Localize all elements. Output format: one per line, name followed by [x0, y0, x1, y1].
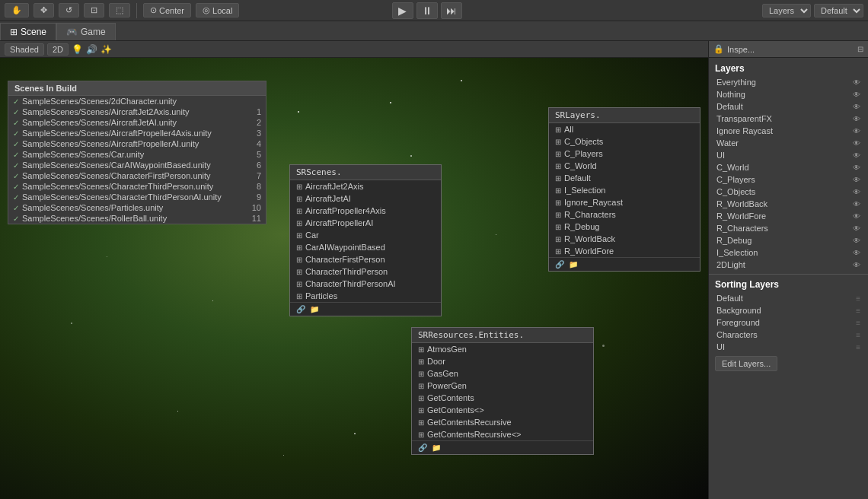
- entity-popup[interactable]: SRResources.Entities. ⊞AtmosGen⊞Door⊞Gas…: [411, 327, 594, 455]
- local-btn[interactable]: ◎ Local: [196, 3, 239, 17]
- step-button[interactable]: ⏭: [441, 2, 462, 19]
- scene-list-item[interactable]: ✓ SampleScenes/Scenes/CharacterThirdPers…: [8, 181, 266, 192]
- srscenes-item[interactable]: ⊞CharacterThirdPersonAI: [290, 278, 441, 290]
- layer-list-item[interactable]: C_Players 👁: [709, 173, 868, 186]
- sorting-layer-item[interactable]: Characters ≡: [709, 329, 868, 341]
- srscenes-popup[interactable]: SRScenes. ⊞AircraftJet2Axis⊞AircraftJetA…: [289, 164, 442, 316]
- srscenes-item[interactable]: ⊞CharacterThirdPerson: [290, 265, 441, 278]
- scene-list-item[interactable]: ✓ SampleScenes/Scenes/Particles.unity 10: [8, 202, 266, 213]
- rotate-btn[interactable]: ↺: [59, 3, 79, 17]
- tab-scene[interactable]: ⊞ Scene: [0, 23, 56, 40]
- srlayers-item[interactable]: ⊞C_Players: [549, 148, 700, 160]
- srlayers-item[interactable]: ⊞Ignore_Raycast: [549, 196, 700, 208]
- layer-list-item[interactable]: R_Debug 👁: [709, 234, 868, 246]
- minimize-icon[interactable]: ⊟: [857, 45, 863, 53]
- srscenes-item[interactable]: ⊞Car: [290, 229, 441, 241]
- eye-icon[interactable]: 👁: [853, 164, 860, 172]
- transform-handle-btn[interactable]: ✋: [5, 3, 29, 17]
- eye-icon[interactable]: 👁: [853, 103, 860, 111]
- layer-list-item[interactable]: Everything 👁: [709, 76, 868, 88]
- eye-icon[interactable]: 👁: [853, 237, 860, 245]
- srscenes-item[interactable]: ⊞AircraftJetAI: [290, 192, 441, 205]
- entity-popup-item[interactable]: ⊞Door: [412, 355, 593, 367]
- play-button[interactable]: ▶: [392, 2, 413, 19]
- entity-popup-item[interactable]: ⊞GetContents<>: [412, 404, 593, 416]
- entity-popup-item[interactable]: ⊞PowerGen: [412, 380, 593, 392]
- eye-icon[interactable]: 👁: [853, 188, 860, 196]
- layer-list-item[interactable]: Nothing 👁: [709, 88, 868, 100]
- scene-list-item[interactable]: ✓ SampleScenes/Scenes/CarAIWaypointBased…: [8, 160, 266, 170]
- edit-layers-button[interactable]: Edit Layers...: [715, 356, 777, 371]
- eye-icon[interactable]: 👁: [853, 249, 860, 257]
- sorting-layer-item[interactable]: Background ≡: [709, 304, 868, 316]
- sorting-layer-item[interactable]: UI ≡: [709, 341, 868, 353]
- entity-popup-item[interactable]: ⊞GetContentsRecursive: [412, 416, 593, 428]
- default-dropdown[interactable]: Default: [814, 4, 863, 17]
- entity-popup-item[interactable]: ⊞GasGen: [412, 367, 593, 380]
- eye-icon[interactable]: 👁: [853, 78, 860, 87]
- srscenes-item[interactable]: ⊞Particles: [290, 290, 441, 302]
- scene-list-item[interactable]: ✓ SampleScenes/Scenes/AircraftJetAI.unit…: [8, 117, 266, 128]
- srscenes-item[interactable]: ⊞CharacterFirstPerson: [290, 253, 441, 265]
- scene-list-item[interactable]: ✓ SampleScenes/Scenes/Car.unity 5: [8, 149, 266, 160]
- scene-list-item[interactable]: ✓ SampleScenes/Scenes/AircraftPropellerA…: [8, 138, 266, 149]
- scene-list-item[interactable]: ✓ SampleScenes/Scenes/AircraftJet2Axis.u…: [8, 106, 266, 117]
- sorting-layer-item[interactable]: Foreground ≡: [709, 316, 868, 329]
- eye-icon[interactable]: 👁: [853, 91, 860, 99]
- srlayers-item[interactable]: ⊞R_Characters: [549, 208, 700, 221]
- layer-list-item[interactable]: TransparentFX 👁: [709, 113, 868, 125]
- srscenes-item[interactable]: ⊞CarAIWaypointBased: [290, 241, 441, 253]
- center-btn[interactable]: ⊙ Center: [143, 3, 191, 17]
- eye-icon[interactable]: 👁: [853, 212, 860, 221]
- srlayers-item[interactable]: ⊞C_World: [549, 160, 700, 172]
- entity-popup-item[interactable]: ⊞GetContents: [412, 392, 593, 404]
- move-btn[interactable]: ✥: [34, 3, 54, 17]
- scene-list-item[interactable]: ✓ SampleScenes/Scenes/RollerBall.unity 1…: [8, 213, 266, 224]
- eye-icon[interactable]: 👁: [853, 151, 860, 160]
- layer-list-item[interactable]: 2DLight 👁: [709, 259, 868, 271]
- viewport[interactable]: Shaded 2D 💡 🔊 ✨ Gizmos 🔍 All: [0, 41, 708, 499]
- 2d-btn[interactable]: 2D: [47, 43, 69, 56]
- shaded-btn[interactable]: Shaded: [5, 43, 44, 56]
- eye-icon[interactable]: 👁: [853, 200, 860, 208]
- layer-list-item[interactable]: I_Selection 👁: [709, 246, 868, 259]
- srlayers-item[interactable]: ⊞R_Debug: [549, 221, 700, 233]
- srlayers-item[interactable]: ⊞R_WorldFore: [549, 245, 700, 257]
- srlayers-item[interactable]: ⊞I_Selection: [549, 184, 700, 196]
- layer-list-item[interactable]: C_Objects 👁: [709, 186, 868, 198]
- sorting-layer-item[interactable]: Default ≡: [709, 292, 868, 304]
- srlayers-item[interactable]: ⊞All: [549, 123, 700, 135]
- eye-icon[interactable]: 👁: [853, 127, 860, 135]
- tab-game[interactable]: 🎮 Game: [56, 23, 116, 40]
- scene-list-item[interactable]: ✓ SampleScenes/Scenes/2dCharacter.unity: [8, 96, 266, 106]
- srscenes-item[interactable]: ⊞AircraftPropellerAI: [290, 217, 441, 229]
- scene-list-item[interactable]: ✓ SampleScenes/Scenes/CharacterFirstPers…: [8, 170, 266, 181]
- layer-list-item[interactable]: R_Characters 👁: [709, 222, 868, 234]
- layer-list-item[interactable]: R_WorldBack 👁: [709, 198, 868, 210]
- scale-btn[interactable]: ⊡: [84, 3, 104, 17]
- entity-popup-item[interactable]: ⊞GetContentsRecursive<>: [412, 428, 593, 440]
- srlayers-item[interactable]: ⊞C_Objects: [549, 135, 700, 148]
- rect-btn[interactable]: ⬚: [109, 3, 130, 17]
- srlayers-item[interactable]: ⊞Default: [549, 172, 700, 184]
- layer-list-item[interactable]: UI 👁: [709, 149, 868, 161]
- eye-icon[interactable]: 👁: [853, 261, 860, 269]
- pause-button[interactable]: ⏸: [416, 2, 438, 19]
- srlayers-item[interactable]: ⊞R_WorldBack: [549, 233, 700, 245]
- eye-icon[interactable]: 👁: [853, 224, 860, 233]
- srscenes-item[interactable]: ⊞AircraftJet2Axis: [290, 180, 441, 192]
- layer-list-item[interactable]: C_World 👁: [709, 161, 868, 173]
- eye-icon[interactable]: 👁: [853, 115, 860, 123]
- eye-icon[interactable]: 👁: [853, 139, 860, 148]
- scene-list-item[interactable]: ✓ SampleScenes/Scenes/CharacterThirdPers…: [8, 192, 266, 202]
- layer-list-item[interactable]: Ignore Raycast 👁: [709, 125, 868, 137]
- layer-list-item[interactable]: R_WorldFore 👁: [709, 210, 868, 222]
- entity-popup-item[interactable]: ⊞AtmosGen: [412, 343, 593, 355]
- layers-dropdown[interactable]: Layers: [762, 4, 811, 17]
- layer-list-item[interactable]: Water 👁: [709, 137, 868, 149]
- eye-icon[interactable]: 👁: [853, 176, 860, 184]
- srscenes-item[interactable]: ⊞AircraftPropeller4Axis: [290, 205, 441, 217]
- layer-list-item[interactable]: Default 👁: [709, 100, 868, 113]
- srlayers-popup[interactable]: SRLayers. ⊞All⊞C_Objects⊞C_Players⊞C_Wor…: [548, 107, 700, 272]
- scene-list-item[interactable]: ✓ SampleScenes/Scenes/AircraftPropeller4…: [8, 128, 266, 138]
